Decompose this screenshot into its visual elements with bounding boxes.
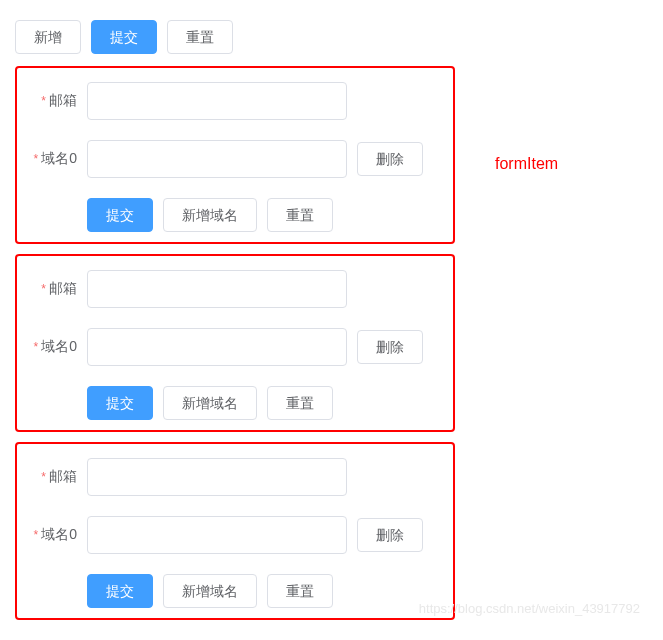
inner-submit-button[interactable]: 提交 xyxy=(87,574,153,608)
form-item-box: *邮箱 *域名0 删除 提交 新增域名 重置 xyxy=(15,442,455,620)
delete-button[interactable]: 删除 xyxy=(357,518,423,552)
delete-button[interactable]: 删除 xyxy=(357,142,423,176)
domain-input[interactable] xyxy=(87,140,347,178)
add-domain-button[interactable]: 新增域名 xyxy=(163,386,257,420)
email-input[interactable] xyxy=(87,270,347,308)
domain-row: *域名0 删除 xyxy=(27,516,443,554)
top-button-row: 新增 提交 重置 xyxy=(15,20,648,54)
form-item-box: *邮箱 *域名0 删除 提交 新增域名 重置 xyxy=(15,254,455,432)
domain-label: *域名0 xyxy=(27,150,87,168)
inner-submit-button[interactable]: 提交 xyxy=(87,386,153,420)
domain-label: *域名0 xyxy=(27,526,87,544)
inner-button-row: 提交 新增域名 重置 xyxy=(87,198,443,232)
email-label: *邮箱 xyxy=(27,280,87,298)
domain-input[interactable] xyxy=(87,328,347,366)
inner-button-row: 提交 新增域名 重置 xyxy=(87,574,443,608)
email-row: *邮箱 xyxy=(27,82,443,120)
submit-button[interactable]: 提交 xyxy=(91,20,157,54)
email-input[interactable] xyxy=(87,82,347,120)
delete-button[interactable]: 删除 xyxy=(357,330,423,364)
email-input[interactable] xyxy=(87,458,347,496)
email-label: *邮箱 xyxy=(27,468,87,486)
inner-button-row: 提交 新增域名 重置 xyxy=(87,386,443,420)
reset-button[interactable]: 重置 xyxy=(167,20,233,54)
inner-reset-button[interactable]: 重置 xyxy=(267,574,333,608)
form-item-box: *邮箱 *域名0 删除 提交 新增域名 重置 xyxy=(15,66,455,244)
email-row: *邮箱 xyxy=(27,270,443,308)
add-button[interactable]: 新增 xyxy=(15,20,81,54)
inner-submit-button[interactable]: 提交 xyxy=(87,198,153,232)
page-container: 新增 提交 重置 formItem *邮箱 *域名0 删除 提交 新增域名 重置… xyxy=(15,20,648,620)
domain-label: *域名0 xyxy=(27,338,87,356)
inner-reset-button[interactable]: 重置 xyxy=(267,386,333,420)
domain-row: *域名0 删除 xyxy=(27,140,443,178)
inner-reset-button[interactable]: 重置 xyxy=(267,198,333,232)
annotation-label: formItem xyxy=(495,155,558,173)
email-row: *邮箱 xyxy=(27,458,443,496)
add-domain-button[interactable]: 新增域名 xyxy=(163,198,257,232)
add-domain-button[interactable]: 新增域名 xyxy=(163,574,257,608)
domain-row: *域名0 删除 xyxy=(27,328,443,366)
email-label: *邮箱 xyxy=(27,92,87,110)
domain-input[interactable] xyxy=(87,516,347,554)
